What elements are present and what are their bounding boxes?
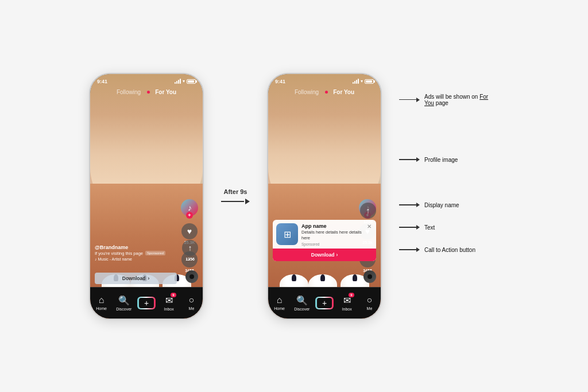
annotation-arrow-4 [399, 225, 420, 230]
download-button[interactable]: Download › [95, 273, 177, 284]
live-dot-2 [325, 91, 328, 94]
search-icon-2: 🔍 [296, 295, 308, 306]
phone-time-2: 9:41 [275, 79, 285, 84]
tab-following[interactable]: Following [114, 88, 144, 96]
nav-discover-2[interactable]: 🔍 Discover [291, 295, 313, 311]
music-label: ♪ Music - Artist name [95, 257, 171, 261]
inbox-badge-2: 9 [349, 293, 354, 297]
annotation-ads-text: Ads will be shown on For You page [424, 94, 499, 106]
sponsored-badge: Sponsored [145, 251, 165, 255]
nav-inbox[interactable]: ✉ 9 Inbox [158, 295, 180, 311]
ad-sponsored-label: Sponsored [301, 242, 362, 246]
app-store-icon: ⊞ [284, 229, 291, 240]
profile-icon: ○ [189, 295, 195, 305]
share-icon[interactable]: ↑ [182, 240, 198, 256]
nav-discover[interactable]: 🔍 Discover [113, 295, 135, 311]
signal-icon [175, 79, 181, 84]
brandname-label: @Brandname [95, 244, 171, 250]
search-icon: 🔍 [118, 295, 130, 306]
nav-create-2[interactable]: + [313, 297, 335, 309]
bottom-nav-2: ⌂ Home 🔍 Discover + ✉ 9 I [268, 287, 381, 319]
nav-me-2[interactable]: ○ Me [358, 295, 381, 311]
nav-home-2[interactable]: ⌂ Home [268, 295, 291, 311]
phone-topbar-2: 9:41 ▾ [268, 74, 381, 87]
music-disc-icon-2 [363, 270, 376, 283]
bottom-nav: ⌂ Home 🔍 Discover + ✉ 9 I [90, 287, 203, 319]
description-text: If you're visiting this page Sponsored [95, 251, 171, 256]
nav-me[interactable]: ○ Me [180, 295, 203, 311]
annotations: Ads will be shown on For You page Profil… [399, 139, 499, 253]
live-dot [147, 91, 150, 94]
annotation-arrow-3 [399, 203, 420, 207]
ad-app-name: App name [301, 223, 362, 229]
arrow-line [221, 199, 250, 204]
phone-status: ▾ [175, 79, 196, 84]
heart-icon: ♥ [181, 223, 198, 239]
annotation-profile: Profile image [399, 157, 499, 163]
create-plus-icon: + [137, 297, 156, 309]
phone-status-2: ▾ [353, 79, 374, 84]
nav-inbox-2[interactable]: ✉ 9 Inbox [336, 295, 358, 311]
ad-app-icon: ⊞ [276, 223, 298, 245]
right-actions: ♪ + ♥ 25.3K ⋯ 3456 [181, 199, 198, 273]
wifi-icon-2: ▾ [361, 79, 363, 84]
phone-after: 9:41 ▾ Following [267, 73, 382, 320]
annotation-arrow-2 [399, 157, 420, 162]
tab-following-2[interactable]: Following [292, 88, 322, 96]
profile-avatar[interactable]: ♪ + [181, 199, 198, 216]
annotation-cta: Call to Action button [399, 247, 499, 253]
tab-bar: Following For You [90, 86, 203, 99]
battery-icon [187, 79, 196, 84]
signal-icon-2 [353, 79, 359, 84]
tab-bar-2: Following For You [268, 86, 381, 99]
follow-plus-icon: + [186, 212, 193, 219]
annotation-display-name: Display name [399, 202, 499, 208]
nav-home[interactable]: ⌂ Home [90, 295, 113, 311]
tiktok-logo-icon: ♪ [188, 203, 191, 212]
create-plus-icon-2: + [315, 297, 334, 309]
annotation-text-label: Text [424, 224, 435, 231]
home-icon-2: ⌂ [277, 295, 283, 305]
annotation-arrow-1 [399, 98, 420, 102]
transition-arrow: After 9s [221, 188, 250, 204]
ad-close-button[interactable]: ✕ [366, 223, 373, 230]
share-count: 1256 [185, 257, 195, 261]
ad-card: ⊞ App name Details here details here det… [273, 220, 376, 261]
annotation-profile-text: Profile image [424, 157, 458, 163]
ad-details-text: Details here details here details here [301, 230, 362, 241]
ad-download-button[interactable]: Download › [273, 249, 376, 261]
battery-icon-2 [365, 79, 374, 84]
tab-for-you-2[interactable]: For You [330, 88, 357, 96]
annotation-arrow-5 [399, 247, 420, 252]
share-icon-2[interactable]: ↑ [360, 203, 376, 219]
wifi-icon: ▾ [183, 79, 185, 84]
tab-for-you[interactable]: For You [152, 88, 179, 96]
inbox-badge: 9 [171, 293, 176, 297]
home-icon: ⌂ [99, 295, 105, 305]
phone-topbar: 9:41 ▾ [90, 74, 203, 87]
annotation-cta-text: Call to Action button [424, 247, 475, 253]
nav-create[interactable]: + [135, 297, 157, 309]
phone-time: 9:41 [97, 79, 107, 84]
annotation-text: Text [399, 224, 499, 231]
music-disc-icon [185, 270, 198, 283]
annotation-display-name-text: Display name [424, 202, 459, 208]
after-label: After 9s [224, 188, 247, 195]
annotation-ads-placement: Ads will be shown on For You page [399, 94, 499, 106]
main-container: 9:41 ▾ Following [78, 61, 510, 331]
profile-icon-2: ○ [367, 295, 373, 305]
phone-before: 9:41 ▾ Following [89, 73, 204, 320]
